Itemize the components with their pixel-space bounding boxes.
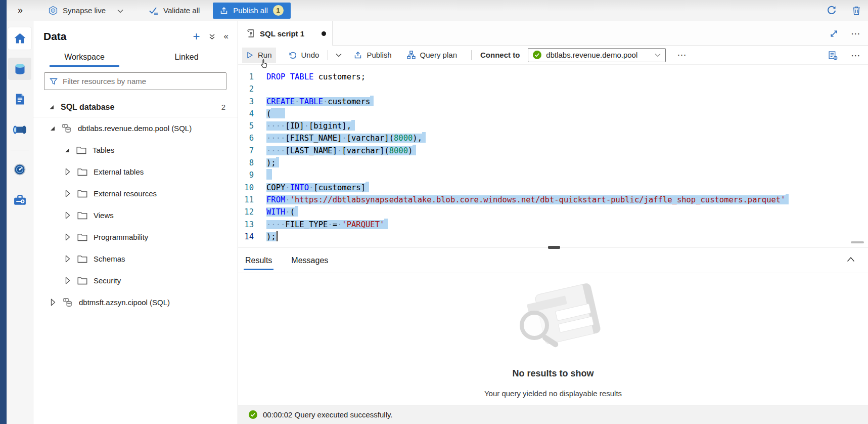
- tree-item-label: dbtmsft.azsyn.cipool (SQL): [79, 298, 170, 307]
- chevron-expanded-icon: [51, 126, 55, 131]
- code-line[interactable]: 4(: [238, 108, 868, 120]
- line-number: 3: [238, 96, 266, 108]
- branch-mode-label: Synapse live: [63, 6, 106, 15]
- folder-icon: [77, 277, 87, 285]
- tree-item-label: Views: [94, 211, 114, 220]
- chevron-collapsed-icon: [51, 299, 56, 306]
- tab-more-actions-icon[interactable]: ⋯: [851, 28, 861, 39]
- tab-results[interactable]: Results: [245, 248, 272, 273]
- sql-code-editor[interactable]: 1DROP TABLE customers;23CREATE·TABLE·cus…: [238, 65, 868, 247]
- hub-rail: [7, 21, 33, 424]
- editor-more-actions-icon[interactable]: ⋯: [851, 50, 861, 61]
- discard-trash-icon[interactable]: [852, 6, 861, 16]
- success-check-icon: [249, 410, 257, 419]
- code-text: COPY·INTO·[customers]: [266, 182, 369, 194]
- filter-box[interactable]: [44, 72, 226, 90]
- filter-funnel-icon: [50, 78, 58, 85]
- code-line[interactable]: 10COPY·INTO·[customers]: [238, 182, 868, 194]
- filter-input[interactable]: [63, 77, 221, 86]
- sql-pool-icon: [62, 123, 72, 134]
- code-line[interactable]: 13····FILE_TYPE·=·'PARQUET': [238, 219, 868, 231]
- code-line[interactable]: 11FROM·'https://dbtlabsynapsedatalake.bl…: [238, 194, 868, 206]
- undo-button[interactable]: Undo: [284, 48, 324, 63]
- tree-item[interactable]: External resources: [33, 183, 238, 204]
- tab-sql-script-1[interactable]: SQL script 1: [238, 21, 333, 46]
- publish-all-button[interactable]: Publish all 1: [213, 3, 290, 19]
- chevron-down-icon: [655, 53, 661, 57]
- rail-develop-document-button[interactable]: [8, 88, 31, 110]
- pool-select-dropdown[interactable]: dbtlabs.revenue.demo.pool: [528, 48, 666, 62]
- query-plan-button[interactable]: Query plan: [403, 48, 461, 63]
- tree-item[interactable]: dbtmsft.azsyn.cipool (SQL): [33, 291, 238, 313]
- document-tabbar: SQL script 1 ⋯: [238, 21, 868, 46]
- code-line[interactable]: 14);: [238, 231, 868, 243]
- chevron-collapsed-icon: [65, 211, 70, 219]
- chevron-collapsed-icon: [65, 277, 70, 284]
- code-line[interactable]: 5····[ID]·[bigint],: [238, 120, 868, 132]
- success-check-icon: [533, 51, 541, 59]
- code-line[interactable]: 3CREATE·TABLE·customers: [238, 96, 868, 108]
- results-empty-state: No results to show Your query yielded no…: [238, 273, 868, 405]
- double-chevron-down-icon[interactable]: [209, 33, 215, 40]
- line-number: 4: [238, 108, 266, 120]
- tab-linked[interactable]: Linked: [135, 49, 238, 67]
- collapse-results-chevron-icon[interactable]: [847, 257, 855, 262]
- tree-item[interactable]: Security: [33, 270, 238, 291]
- code-text: ····[FIRST_NAME]·[varchar](8000),: [266, 132, 426, 144]
- properties-icon[interactable]: [828, 51, 838, 60]
- folder-icon: [77, 233, 87, 241]
- code-line[interactable]: 8);: [238, 157, 868, 169]
- code-line[interactable]: 2: [238, 83, 868, 95]
- tree-item[interactable]: Schemas: [33, 248, 238, 270]
- tree-item[interactable]: dbtlabs.revenue.demo.pool (SQL): [33, 117, 238, 139]
- run-label: Run: [258, 51, 272, 59]
- chevron-expanded-icon: [50, 105, 54, 109]
- code-line[interactable]: 12WITH·(: [238, 206, 868, 218]
- tab-messages[interactable]: Messages: [291, 248, 328, 273]
- line-number: 10: [238, 182, 266, 194]
- branch-mode-selector[interactable]: Synapse live: [42, 3, 129, 19]
- refresh-icon[interactable]: [827, 6, 837, 16]
- add-resource-button[interactable]: +: [193, 31, 200, 41]
- tree-item[interactable]: Views: [33, 204, 238, 226]
- tree-item[interactable]: Tables: [33, 139, 238, 161]
- tree-root-label: SQL database: [61, 103, 221, 112]
- publish-button[interactable]: Publish: [350, 48, 395, 63]
- run-options-chevron-icon[interactable]: [333, 53, 345, 57]
- code-text: WITH·(: [266, 206, 298, 218]
- tab-workspace[interactable]: Workspace: [33, 49, 135, 67]
- toolbar-more-actions-icon[interactable]: ⋯: [677, 49, 687, 61]
- scrollbar-sliver[interactable]: [851, 241, 864, 243]
- validate-all-button[interactable]: Validate all: [143, 3, 206, 19]
- rail-home-button[interactable]: [8, 27, 31, 50]
- rail-integrate-pipeline-button[interactable]: [8, 118, 31, 141]
- code-line[interactable]: 9: [238, 169, 868, 181]
- run-button[interactable]: Run: [242, 48, 276, 63]
- tree-item-label: Security: [94, 276, 121, 285]
- collapse-panel-icon[interactable]: «: [224, 31, 229, 41]
- line-number: 8: [238, 157, 266, 169]
- rail-manage-toolbox-button[interactable]: [8, 189, 31, 211]
- tree-root-sql-database[interactable]: SQL database 2: [33, 97, 238, 117]
- main-area: SQL script 1 ⋯ Run: [238, 21, 868, 424]
- tree-item[interactable]: External tables: [33, 161, 238, 183]
- query-status-bar: 00:00:02 Query executed successfully.: [238, 405, 868, 424]
- play-icon: [246, 52, 253, 59]
- tree-item[interactable]: Programmability: [33, 226, 238, 248]
- folder-icon: [77, 255, 87, 263]
- rail-monitor-gauge-button[interactable]: [8, 158, 31, 181]
- line-number: 13: [238, 219, 266, 231]
- chevron-collapsed-icon: [65, 168, 70, 176]
- line-number: 12: [238, 206, 266, 218]
- expand-sidebar-icon[interactable]: »: [7, 5, 33, 16]
- folder-icon: [76, 146, 86, 154]
- code-text: );: [266, 231, 278, 243]
- sql-pool-icon: [63, 298, 73, 308]
- validate-check-icon: [149, 6, 159, 15]
- line-number: 2: [238, 83, 266, 95]
- code-line[interactable]: 1DROP TABLE customers;: [238, 71, 868, 83]
- code-line[interactable]: 6····[FIRST_NAME]·[varchar](8000),: [238, 132, 868, 144]
- expand-editor-icon[interactable]: [830, 30, 838, 37]
- rail-database-button[interactable]: [8, 58, 31, 80]
- code-line[interactable]: 7····[LAST_NAME]·[varchar](8000): [238, 145, 868, 157]
